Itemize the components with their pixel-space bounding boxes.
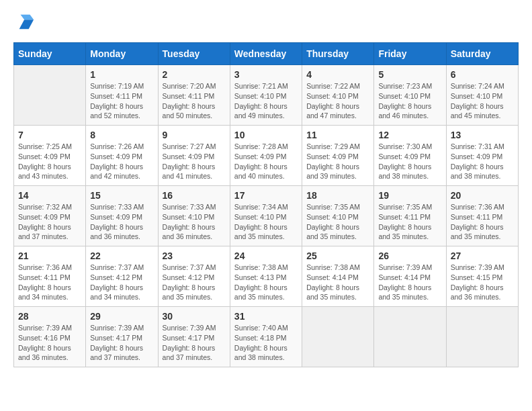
day-info: Sunrise: 7:39 AMSunset: 4:17 PMDaylight:… xyxy=(163,323,226,363)
day-number: 8 xyxy=(90,130,153,140)
calendar-cell: 27Sunrise: 7:39 AMSunset: 4:15 PMDayligh… xyxy=(446,246,518,307)
calendar-cell: 16Sunrise: 7:33 AMSunset: 4:10 PMDayligh… xyxy=(158,186,230,246)
day-number: 23 xyxy=(163,250,226,261)
calendar-week-row: 21Sunrise: 7:36 AMSunset: 4:11 PMDayligh… xyxy=(14,246,519,307)
day-number: 14 xyxy=(18,190,81,201)
day-info: Sunrise: 7:24 AMSunset: 4:10 PMDaylight:… xyxy=(451,81,514,121)
day-number: 13 xyxy=(451,130,514,140)
day-header-friday: Friday xyxy=(374,43,446,65)
svg-marker-1 xyxy=(21,15,34,19)
day-info: Sunrise: 7:35 AMSunset: 4:11 PMDaylight:… xyxy=(378,202,441,242)
calendar-cell: 15Sunrise: 7:33 AMSunset: 4:09 PMDayligh… xyxy=(86,186,158,246)
calendar-cell: 11Sunrise: 7:29 AMSunset: 4:09 PMDayligh… xyxy=(302,126,374,186)
day-header-monday: Monday xyxy=(86,43,158,65)
day-info: Sunrise: 7:37 AMSunset: 4:12 PMDaylight:… xyxy=(163,263,226,302)
calendar-cell: 9Sunrise: 7:27 AMSunset: 4:09 PMDaylight… xyxy=(158,126,230,186)
calendar-cell: 21Sunrise: 7:36 AMSunset: 4:11 PMDayligh… xyxy=(14,246,86,307)
calendar-cell: 18Sunrise: 7:35 AMSunset: 4:10 PMDayligh… xyxy=(302,186,374,246)
day-info: Sunrise: 7:36 AMSunset: 4:11 PMDaylight:… xyxy=(18,263,81,302)
calendar-cell: 5Sunrise: 7:23 AMSunset: 4:10 PMDaylight… xyxy=(374,65,446,126)
day-number: 30 xyxy=(163,311,226,322)
day-number: 28 xyxy=(18,311,81,322)
day-number: 6 xyxy=(451,69,514,80)
calendar-cell: 12Sunrise: 7:30 AMSunset: 4:09 PMDayligh… xyxy=(374,126,446,186)
day-number: 26 xyxy=(378,250,441,261)
day-number: 17 xyxy=(234,190,298,201)
day-info: Sunrise: 7:23 AMSunset: 4:10 PMDaylight:… xyxy=(378,81,441,121)
svg-marker-0 xyxy=(19,19,34,29)
day-info: Sunrise: 7:19 AMSunset: 4:11 PMDaylight:… xyxy=(90,81,153,121)
day-header-thursday: Thursday xyxy=(302,43,374,65)
day-number: 27 xyxy=(451,250,514,261)
day-number: 31 xyxy=(234,311,298,322)
day-info: Sunrise: 7:35 AMSunset: 4:10 PMDaylight:… xyxy=(306,202,369,242)
day-info: Sunrise: 7:20 AMSunset: 4:11 PMDaylight:… xyxy=(163,81,226,121)
calendar-week-row: 1Sunrise: 7:19 AMSunset: 4:11 PMDaylight… xyxy=(14,65,519,126)
calendar-cell: 10Sunrise: 7:28 AMSunset: 4:09 PMDayligh… xyxy=(230,126,302,186)
day-header-tuesday: Tuesday xyxy=(158,43,230,65)
calendar-cell: 24Sunrise: 7:38 AMSunset: 4:13 PMDayligh… xyxy=(230,246,302,307)
calendar-cell xyxy=(14,65,86,126)
calendar-cell: 3Sunrise: 7:21 AMSunset: 4:10 PMDaylight… xyxy=(230,65,302,126)
day-info: Sunrise: 7:27 AMSunset: 4:09 PMDaylight:… xyxy=(163,142,226,181)
day-info: Sunrise: 7:29 AMSunset: 4:09 PMDaylight:… xyxy=(306,142,369,181)
day-number: 25 xyxy=(306,250,369,261)
day-number: 20 xyxy=(451,190,514,201)
calendar-cell: 13Sunrise: 7:31 AMSunset: 4:09 PMDayligh… xyxy=(446,126,518,186)
calendar-week-row: 14Sunrise: 7:32 AMSunset: 4:09 PMDayligh… xyxy=(14,186,519,246)
day-number: 9 xyxy=(163,130,226,140)
day-info: Sunrise: 7:39 AMSunset: 4:14 PMDaylight:… xyxy=(378,263,441,302)
day-info: Sunrise: 7:34 AMSunset: 4:10 PMDaylight:… xyxy=(234,202,298,242)
calendar-cell: 17Sunrise: 7:34 AMSunset: 4:10 PMDayligh… xyxy=(230,186,302,246)
day-info: Sunrise: 7:33 AMSunset: 4:09 PMDaylight:… xyxy=(90,202,153,242)
calendar-cell: 31Sunrise: 7:40 AMSunset: 4:18 PMDayligh… xyxy=(230,307,302,367)
day-number: 5 xyxy=(378,69,441,80)
calendar-cell: 28Sunrise: 7:39 AMSunset: 4:16 PMDayligh… xyxy=(14,307,86,367)
day-number: 22 xyxy=(90,250,153,261)
day-number: 10 xyxy=(234,130,298,140)
day-info: Sunrise: 7:30 AMSunset: 4:09 PMDaylight:… xyxy=(378,142,441,181)
calendar-cell: 23Sunrise: 7:37 AMSunset: 4:12 PMDayligh… xyxy=(158,246,230,307)
day-header-saturday: Saturday xyxy=(446,43,518,65)
day-info: Sunrise: 7:22 AMSunset: 4:10 PMDaylight:… xyxy=(306,81,369,121)
calendar-cell xyxy=(374,307,446,367)
calendar-table: SundayMondayTuesdayWednesdayThursdayFrid… xyxy=(13,42,519,367)
calendar-cell: 2Sunrise: 7:20 AMSunset: 4:11 PMDaylight… xyxy=(158,65,230,126)
calendar-cell: 19Sunrise: 7:35 AMSunset: 4:11 PMDayligh… xyxy=(374,186,446,246)
day-number: 3 xyxy=(234,69,298,80)
calendar-cell: 25Sunrise: 7:38 AMSunset: 4:14 PMDayligh… xyxy=(302,246,374,307)
calendar-cell xyxy=(302,307,374,367)
calendar-week-row: 7Sunrise: 7:25 AMSunset: 4:09 PMDaylight… xyxy=(14,126,519,186)
day-number: 24 xyxy=(234,250,298,261)
day-info: Sunrise: 7:39 AMSunset: 4:15 PMDaylight:… xyxy=(451,263,514,302)
day-info: Sunrise: 7:33 AMSunset: 4:10 PMDaylight:… xyxy=(163,202,226,242)
day-header-wednesday: Wednesday xyxy=(230,43,302,65)
calendar-cell: 4Sunrise: 7:22 AMSunset: 4:10 PMDaylight… xyxy=(302,65,374,126)
day-number: 11 xyxy=(306,130,369,140)
day-info: Sunrise: 7:31 AMSunset: 4:09 PMDaylight:… xyxy=(451,142,514,181)
calendar-cell: 1Sunrise: 7:19 AMSunset: 4:11 PMDaylight… xyxy=(86,65,158,126)
day-number: 21 xyxy=(18,250,81,261)
day-info: Sunrise: 7:21 AMSunset: 4:10 PMDaylight:… xyxy=(234,81,298,121)
calendar-week-row: 28Sunrise: 7:39 AMSunset: 4:16 PMDayligh… xyxy=(14,307,519,367)
calendar-cell xyxy=(446,307,518,367)
day-number: 12 xyxy=(378,130,441,140)
calendar-cell: 6Sunrise: 7:24 AMSunset: 4:10 PMDaylight… xyxy=(446,65,518,126)
calendar-cell: 26Sunrise: 7:39 AMSunset: 4:14 PMDayligh… xyxy=(374,246,446,307)
calendar-cell: 29Sunrise: 7:39 AMSunset: 4:17 PMDayligh… xyxy=(86,307,158,367)
calendar-cell: 7Sunrise: 7:25 AMSunset: 4:09 PMDaylight… xyxy=(14,126,86,186)
day-number: 7 xyxy=(18,130,81,140)
day-number: 19 xyxy=(378,190,441,201)
day-number: 1 xyxy=(90,69,153,80)
day-info: Sunrise: 7:32 AMSunset: 4:09 PMDaylight:… xyxy=(18,202,81,242)
calendar-header-row: SundayMondayTuesdayWednesdayThursdayFrid… xyxy=(14,43,519,65)
page-header xyxy=(13,13,519,36)
day-info: Sunrise: 7:36 AMSunset: 4:11 PMDaylight:… xyxy=(451,202,514,242)
calendar-cell: 22Sunrise: 7:37 AMSunset: 4:12 PMDayligh… xyxy=(86,246,158,307)
calendar-cell: 20Sunrise: 7:36 AMSunset: 4:11 PMDayligh… xyxy=(446,186,518,246)
day-info: Sunrise: 7:28 AMSunset: 4:09 PMDaylight:… xyxy=(234,142,298,181)
day-header-sunday: Sunday xyxy=(14,43,86,65)
day-info: Sunrise: 7:39 AMSunset: 4:16 PMDaylight:… xyxy=(18,323,81,363)
day-number: 4 xyxy=(306,69,369,80)
day-number: 15 xyxy=(90,190,153,201)
